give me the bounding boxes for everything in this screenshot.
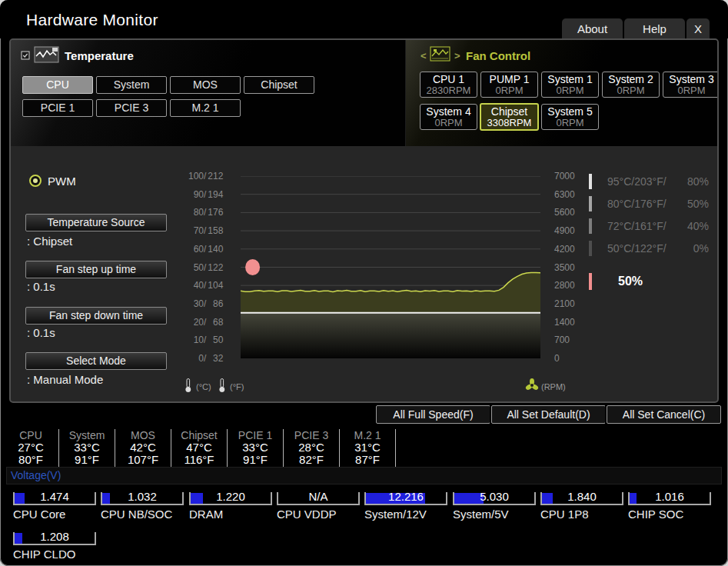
temperature-graph-icon: [34, 45, 60, 68]
voltage-rail-name: CHIP SOC: [628, 508, 711, 521]
sensor-button-m-2-1[interactable]: M.2 1: [170, 99, 241, 117]
temp-sensor-name: System: [59, 429, 115, 441]
temperature-line: [241, 273, 540, 292]
sensor-button-chipset[interactable]: Chipset: [244, 76, 314, 94]
voltage-readout-cpu-vddp: N/ACPU VDDP: [277, 489, 360, 521]
temp-readout-system: System33°C91°F: [59, 429, 115, 468]
tick-fahrenheit: 68: [206, 317, 223, 328]
sensor-button-system[interactable]: System: [96, 76, 167, 94]
fan-box-system-4[interactable]: System 40RPM: [420, 104, 477, 130]
voltage-title: Voltage(V): [11, 469, 61, 481]
fan-box-system-3[interactable]: System 30RPM: [663, 72, 719, 98]
legend-bar-icon: [589, 174, 592, 189]
fan-box-system-5[interactable]: System 50RPM: [541, 104, 599, 130]
voltage-readout-cpu-core: 1.474CPU Core: [13, 489, 96, 521]
voltage-readout-system-5v: 5.030System/5V: [453, 489, 536, 521]
fan-box-cpu-1[interactable]: CPU 12830RPM: [420, 72, 477, 98]
temp-sensor-name: PCIE 1: [228, 429, 283, 441]
titlebar: Hardware Monitor About Help X: [0, 0, 728, 38]
temp-axis-tick: 0/32: [187, 353, 225, 364]
temp-fahrenheit-value: 107°F: [115, 454, 171, 466]
pwm-label: PWM: [48, 175, 76, 188]
fan-step-down-value: : 0.1s: [27, 326, 55, 339]
select-mode-button[interactable]: Select Mode: [25, 352, 167, 370]
fan-prev-arrow[interactable]: <: [421, 50, 427, 62]
current-duty-bar-icon: [589, 273, 592, 290]
voltage-rail-name: CPU 1P8: [540, 508, 623, 521]
fan-rpm: 3308RPM: [481, 118, 537, 128]
temp-readout-m-2-1: M.2 131°C87°F: [340, 429, 396, 468]
temp-axis-tick: 50/122: [187, 262, 225, 273]
sensor-button-pcie-1[interactable]: PCIE 1: [22, 99, 93, 117]
all-full-speed-button[interactable]: All Full Speed(F): [376, 405, 490, 424]
sensor-button-mos[interactable]: MOS: [170, 76, 241, 94]
rpm-axis-tick: 5600: [554, 207, 575, 218]
rpm-axis-tick: 700: [554, 335, 570, 345]
rpm-axis-tick: 6300: [554, 189, 575, 200]
temp-readout-mos: MOS42°C107°F: [115, 429, 171, 468]
tick-fahrenheit: 212: [206, 171, 223, 181]
voltage-rail-name: CPU Core: [13, 508, 96, 521]
temp-axis-tick: 100/212: [187, 171, 225, 181]
fan-box-system-1[interactable]: System 10RPM: [541, 72, 599, 98]
fan-curve-setpoint: 50°C/122°F/0%: [589, 241, 709, 256]
temp-fahrenheit-value: 91°F: [59, 454, 115, 466]
voltage-rail-name: DRAM: [189, 508, 272, 521]
voltage-bracket: 1.016: [628, 489, 711, 505]
temp-fahrenheit-value: 87°F: [340, 454, 395, 466]
all-set-cancel-button[interactable]: All Set Cancel(C): [607, 405, 721, 424]
temp-fahrenheit-value: 82°F: [284, 454, 339, 466]
rpm-axis-tick: 2100: [554, 298, 575, 309]
thermometer-fahrenheit-icon: [218, 378, 227, 396]
temp-readout-pcie-3: PCIE 328°C82°F: [284, 429, 340, 468]
sensor-button-cpu[interactable]: CPU: [22, 76, 93, 94]
pwm-radio[interactable]: [29, 175, 42, 187]
voltage-bracket: 5.030: [453, 489, 536, 505]
hardware-monitor-window: Hardware Monitor About Help X Temperatur…: [0, 0, 728, 566]
close-button[interactable]: X: [686, 18, 710, 38]
collapse-checkbox-icon[interactable]: [21, 50, 31, 64]
help-button[interactable]: Help: [624, 18, 685, 38]
temp-sensor-name: M.2 1: [340, 429, 395, 441]
fan-step-up-button[interactable]: Fan step up time: [25, 261, 167, 278]
fan-step-down-button[interactable]: Fan step down time: [25, 307, 167, 325]
voltage-bracket: 1.208: [13, 529, 96, 545]
about-button[interactable]: About: [562, 18, 623, 38]
tick-celsius: 40: [187, 280, 204, 291]
fan-box-chipset[interactable]: Chipset3308RPM: [480, 103, 539, 131]
tick-fahrenheit: 140: [206, 244, 223, 255]
fan-next-arrow[interactable]: >: [454, 50, 460, 62]
temp-sensor-name: MOS: [115, 429, 171, 441]
setpoint-percent: 50%: [687, 198, 709, 210]
temp-axis-tick: 60/140: [187, 244, 225, 255]
fan-duty-point-handle[interactable]: [245, 259, 260, 275]
setpoint-temp: 95°C/203°F/: [607, 175, 687, 188]
temperature-source-value: : Chipset: [27, 235, 72, 248]
fan-name: PUMP 1: [481, 73, 537, 85]
temp-celsius-value: 33°C: [59, 441, 115, 454]
voltage-value: 1.032: [101, 490, 184, 503]
fahrenheit-unit-label: (°F): [230, 382, 244, 391]
fan-curve-setpoint: 95°C/203°F/80%: [589, 174, 709, 189]
fan-box-pump-1[interactable]: PUMP 10RPM: [480, 72, 538, 98]
fan-box-system-2[interactable]: System 20RPM: [602, 72, 660, 98]
fan-control-section: < > Fan Control CPU 12830RPMPUMP 10RPMSy…: [405, 40, 718, 146]
sensor-button-pcie-3[interactable]: PCIE 3: [96, 99, 167, 117]
fan-name: System 2: [603, 73, 659, 85]
temp-axis-tick: 70/158: [187, 225, 225, 236]
all-set-default-button[interactable]: All Set Default(D): [491, 405, 606, 424]
setpoint-percent: 40%: [687, 220, 709, 232]
temp-celsius-value: 28°C: [284, 441, 339, 454]
temp-celsius-value: 42°C: [115, 441, 171, 454]
voltage-readout-chip-cldo: 1.208CHIP CLDO: [13, 529, 96, 561]
temp-readout-chipset: Chipset47°C116°F: [171, 429, 228, 468]
temp-celsius-value: 31°C: [340, 441, 395, 454]
tick-celsius: 70: [187, 225, 204, 236]
select-mode-value: : Manual Mode: [27, 373, 103, 386]
voltage-bracket: N/A: [277, 489, 360, 505]
temperature-source-button[interactable]: Temperature Source: [25, 214, 167, 231]
voltage-readout-system-12v: 12.216System/12V: [364, 489, 447, 521]
temp-axis-tick: 30/86: [187, 298, 225, 309]
voltage-header-row: [6, 467, 722, 484]
fan-rpm: 0RPM: [542, 85, 598, 96]
